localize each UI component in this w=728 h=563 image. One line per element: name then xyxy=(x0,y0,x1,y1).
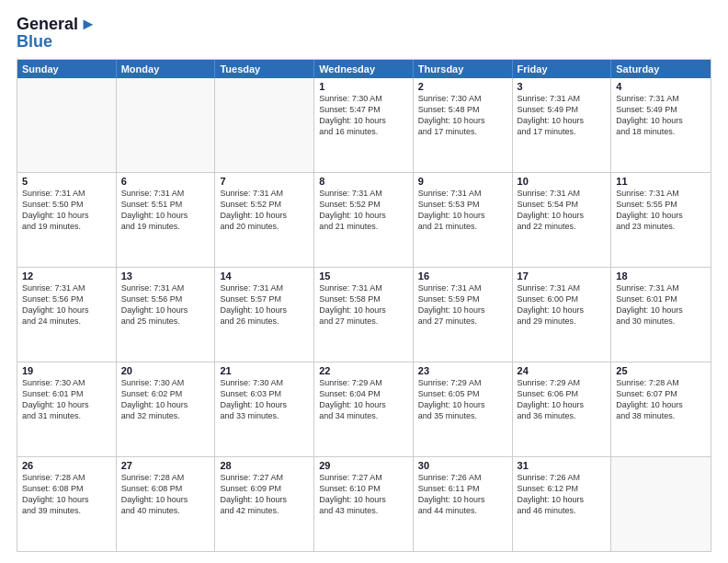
empty-cell xyxy=(215,78,314,172)
calendar-day-8: 8Sunrise: 7:31 AM Sunset: 5:52 PM Daylig… xyxy=(314,173,414,267)
calendar-day-3: 3Sunrise: 7:31 AM Sunset: 5:49 PM Daylig… xyxy=(513,78,612,172)
calendar-day-9: 9Sunrise: 7:31 AM Sunset: 5:53 PM Daylig… xyxy=(414,173,513,267)
day-number: 30 xyxy=(418,460,507,471)
calendar-header-row: SundayMondayTuesdayWednesdayThursdayFrid… xyxy=(17,60,711,78)
day-number: 31 xyxy=(518,460,607,471)
calendar-day-25: 25Sunrise: 7:28 AM Sunset: 6:07 PM Dayli… xyxy=(611,362,711,456)
calendar-day-6: 6Sunrise: 7:31 AM Sunset: 5:51 PM Daylig… xyxy=(117,173,216,267)
day-info: Sunrise: 7:30 AM Sunset: 6:02 PM Dayligh… xyxy=(121,377,210,422)
calendar-day-5: 5Sunrise: 7:31 AM Sunset: 5:50 PM Daylig… xyxy=(17,173,117,267)
calendar-week: 26Sunrise: 7:28 AM Sunset: 6:08 PM Dayli… xyxy=(17,457,711,551)
day-info: Sunrise: 7:31 AM Sunset: 5:54 PM Dayligh… xyxy=(518,188,607,233)
calendar-day-13: 13Sunrise: 7:31 AM Sunset: 5:56 PM Dayli… xyxy=(117,268,216,362)
day-number: 18 xyxy=(616,270,706,282)
calendar-day-14: 14Sunrise: 7:31 AM Sunset: 5:57 PM Dayli… xyxy=(215,268,314,362)
day-info: Sunrise: 7:28 AM Sunset: 6:07 PM Dayligh… xyxy=(616,377,706,422)
logo-blue: Blue xyxy=(17,32,52,52)
calendar-day-2: 2Sunrise: 7:30 AM Sunset: 5:48 PM Daylig… xyxy=(414,78,513,172)
calendar-week: 19Sunrise: 7:30 AM Sunset: 6:01 PM Dayli… xyxy=(17,362,711,457)
day-info: Sunrise: 7:31 AM Sunset: 5:49 PM Dayligh… xyxy=(518,93,607,138)
day-info: Sunrise: 7:29 AM Sunset: 6:05 PM Dayligh… xyxy=(418,377,507,422)
day-number: 20 xyxy=(121,365,210,376)
day-number: 17 xyxy=(518,270,607,282)
calendar-day-18: 18Sunrise: 7:31 AM Sunset: 6:01 PM Dayli… xyxy=(611,268,711,362)
day-info: Sunrise: 7:31 AM Sunset: 5:52 PM Dayligh… xyxy=(220,188,309,233)
day-info: Sunrise: 7:30 AM Sunset: 5:48 PM Dayligh… xyxy=(418,93,507,138)
day-of-week-header: Friday xyxy=(513,60,612,78)
day-of-week-header: Tuesday xyxy=(215,60,314,78)
day-info: Sunrise: 7:29 AM Sunset: 6:04 PM Dayligh… xyxy=(319,377,408,422)
day-info: Sunrise: 7:26 AM Sunset: 6:12 PM Dayligh… xyxy=(518,472,607,517)
calendar-day-20: 20Sunrise: 7:30 AM Sunset: 6:02 PM Dayli… xyxy=(117,362,216,456)
calendar-day-15: 15Sunrise: 7:31 AM Sunset: 5:58 PM Dayli… xyxy=(314,268,414,362)
day-info: Sunrise: 7:31 AM Sunset: 5:53 PM Dayligh… xyxy=(418,188,507,233)
calendar-day-19: 19Sunrise: 7:30 AM Sunset: 6:01 PM Dayli… xyxy=(17,362,117,456)
day-info: Sunrise: 7:31 AM Sunset: 5:51 PM Dayligh… xyxy=(121,188,210,233)
day-info: Sunrise: 7:31 AM Sunset: 5:49 PM Dayligh… xyxy=(616,93,706,138)
calendar-day-4: 4Sunrise: 7:31 AM Sunset: 5:49 PM Daylig… xyxy=(611,78,711,172)
day-info: Sunrise: 7:31 AM Sunset: 5:56 PM Dayligh… xyxy=(22,282,111,327)
day-info: Sunrise: 7:31 AM Sunset: 5:59 PM Dayligh… xyxy=(418,282,507,327)
day-number: 2 xyxy=(418,81,507,92)
day-number: 3 xyxy=(518,81,607,92)
calendar-day-29: 29Sunrise: 7:27 AM Sunset: 6:10 PM Dayli… xyxy=(314,457,414,551)
day-info: Sunrise: 7:28 AM Sunset: 6:08 PM Dayligh… xyxy=(22,472,111,517)
calendar-week: 5Sunrise: 7:31 AM Sunset: 5:50 PM Daylig… xyxy=(17,173,711,268)
day-info: Sunrise: 7:30 AM Sunset: 5:47 PM Dayligh… xyxy=(319,93,408,138)
day-number: 27 xyxy=(121,460,210,471)
day-number: 21 xyxy=(220,365,309,376)
day-number: 7 xyxy=(220,176,309,187)
day-info: Sunrise: 7:31 AM Sunset: 5:58 PM Dayligh… xyxy=(319,282,408,327)
day-of-week-header: Monday xyxy=(117,60,216,78)
day-info: Sunrise: 7:30 AM Sunset: 6:01 PM Dayligh… xyxy=(22,377,111,422)
calendar-day-23: 23Sunrise: 7:29 AM Sunset: 6:05 PM Dayli… xyxy=(414,362,513,456)
day-number: 4 xyxy=(616,81,706,92)
day-info: Sunrise: 7:27 AM Sunset: 6:09 PM Dayligh… xyxy=(220,472,309,517)
calendar-day-17: 17Sunrise: 7:31 AM Sunset: 6:00 PM Dayli… xyxy=(513,268,612,362)
day-number: 28 xyxy=(220,460,309,471)
calendar-day-27: 27Sunrise: 7:28 AM Sunset: 6:08 PM Dayli… xyxy=(117,457,216,551)
calendar-day-21: 21Sunrise: 7:30 AM Sunset: 6:03 PM Dayli… xyxy=(215,362,314,456)
calendar-day-26: 26Sunrise: 7:28 AM Sunset: 6:08 PM Dayli… xyxy=(17,457,117,551)
calendar-day-7: 7Sunrise: 7:31 AM Sunset: 5:52 PM Daylig… xyxy=(215,173,314,267)
day-number: 24 xyxy=(518,365,607,376)
calendar-day-31: 31Sunrise: 7:26 AM Sunset: 6:12 PM Dayli… xyxy=(513,457,612,551)
header: General► Blue xyxy=(17,15,711,52)
day-info: Sunrise: 7:31 AM Sunset: 5:55 PM Dayligh… xyxy=(616,188,706,233)
day-number: 1 xyxy=(319,81,408,92)
calendar: SundayMondayTuesdayWednesdayThursdayFrid… xyxy=(17,59,711,552)
day-number: 23 xyxy=(418,365,507,376)
day-info: Sunrise: 7:28 AM Sunset: 6:08 PM Dayligh… xyxy=(121,472,210,517)
day-number: 19 xyxy=(22,365,111,376)
empty-cell xyxy=(117,78,216,172)
day-number: 22 xyxy=(319,365,408,376)
logo-text: General► xyxy=(17,15,97,34)
day-number: 8 xyxy=(319,176,408,187)
day-number: 25 xyxy=(616,365,706,376)
day-of-week-header: Wednesday xyxy=(314,60,414,78)
day-number: 15 xyxy=(319,270,408,282)
day-info: Sunrise: 7:31 AM Sunset: 5:52 PM Dayligh… xyxy=(319,188,408,233)
calendar-day-10: 10Sunrise: 7:31 AM Sunset: 5:54 PM Dayli… xyxy=(513,173,612,267)
empty-cell xyxy=(611,457,711,551)
day-info: Sunrise: 7:31 AM Sunset: 5:56 PM Dayligh… xyxy=(121,282,210,327)
day-info: Sunrise: 7:26 AM Sunset: 6:11 PM Dayligh… xyxy=(418,472,507,517)
calendar-day-16: 16Sunrise: 7:31 AM Sunset: 5:59 PM Dayli… xyxy=(414,268,513,362)
logo: General► Blue xyxy=(17,15,97,52)
day-number: 9 xyxy=(418,176,507,187)
day-number: 26 xyxy=(22,460,111,471)
day-number: 11 xyxy=(616,176,706,187)
day-of-week-header: Saturday xyxy=(611,60,711,78)
day-info: Sunrise: 7:29 AM Sunset: 6:06 PM Dayligh… xyxy=(518,377,607,422)
day-number: 13 xyxy=(121,270,210,282)
day-number: 16 xyxy=(418,270,507,282)
day-number: 12 xyxy=(22,270,111,282)
day-info: Sunrise: 7:31 AM Sunset: 5:50 PM Dayligh… xyxy=(22,188,111,233)
day-number: 29 xyxy=(319,460,408,471)
day-info: Sunrise: 7:31 AM Sunset: 6:01 PM Dayligh… xyxy=(616,282,706,327)
calendar-week: 12Sunrise: 7:31 AM Sunset: 5:56 PM Dayli… xyxy=(17,268,711,362)
day-info: Sunrise: 7:30 AM Sunset: 6:03 PM Dayligh… xyxy=(220,377,309,422)
calendar-body: 1Sunrise: 7:30 AM Sunset: 5:47 PM Daylig… xyxy=(17,78,711,551)
day-of-week-header: Thursday xyxy=(414,60,513,78)
calendar-day-30: 30Sunrise: 7:26 AM Sunset: 6:11 PM Dayli… xyxy=(414,457,513,551)
